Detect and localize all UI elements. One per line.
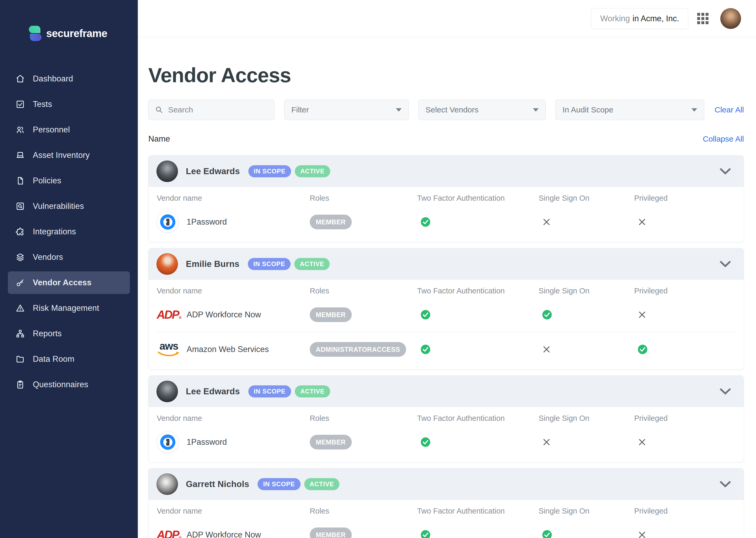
adp-logo: ADP® <box>157 529 182 538</box>
column-header: Roles <box>310 414 417 423</box>
people-icon <box>16 125 25 134</box>
column-header: Roles <box>310 287 417 295</box>
roles-cell: ADMINISTRATORACCESS <box>310 342 417 357</box>
person-avatar <box>157 161 178 182</box>
chevron-down-icon[interactable] <box>720 388 731 395</box>
sidebar-item-label: Questionnaires <box>33 380 88 389</box>
column-header: Vendor name <box>157 414 310 423</box>
workspace-switcher-button[interactable]: Working in Acme, Inc. <box>591 8 688 29</box>
sidebar-item-asset-inventory[interactable]: Asset Inventory <box>8 144 130 167</box>
caret-down-icon <box>533 108 539 112</box>
select-vendors-dropdown[interactable]: Select Vendors <box>418 100 546 120</box>
sidebar-item-data-room[interactable]: Data Room <box>8 348 130 370</box>
search-input-box[interactable] <box>148 100 275 120</box>
filter-row: Filter Select Vendors In Audit Scope Cle… <box>148 100 744 120</box>
user-avatar[interactable] <box>720 8 741 29</box>
caret-down-icon <box>396 108 402 112</box>
table-header-row: Vendor nameRolesTwo Factor Authenticatio… <box>149 187 744 205</box>
privileged-check-circle-icon <box>634 345 733 354</box>
sidebar-item-risk-management[interactable]: Risk Management <box>8 297 130 319</box>
sidebar-item-label: Vulnerabilities <box>33 201 84 211</box>
sidebar-item-questionnaires[interactable]: Questionnaires <box>8 373 130 396</box>
column-header: Roles <box>310 507 417 515</box>
page-title: Vendor Access <box>148 65 744 86</box>
card-header[interactable]: Lee EdwardsIN SCOPEACTIVE <box>149 155 744 187</box>
home-icon <box>16 74 25 83</box>
onepassword-logo <box>157 431 182 453</box>
sidebar-item-tests[interactable]: Tests <box>8 93 130 116</box>
vendor-access-card: Lee EdwardsIN SCOPEACTIVEVendor nameRole… <box>148 375 744 462</box>
sidebar-item-dashboard[interactable]: Dashboard <box>8 68 130 90</box>
list-header: Name Collapse All <box>148 134 744 144</box>
column-header: Roles <box>310 194 417 202</box>
table-header-row: Vendor nameRolesTwo Factor Authenticatio… <box>149 280 744 297</box>
workspace-org: in Acme, Inc. <box>633 14 679 24</box>
collapse-all-link[interactable]: Collapse All <box>703 134 744 143</box>
vendor-row: 1PasswordMEMBER <box>149 425 744 459</box>
active-badge: ACTIVE <box>295 165 330 177</box>
clipboard-icon <box>16 380 25 389</box>
person-name: Lee Edwards <box>186 166 240 176</box>
clear-all-link[interactable]: Clear All <box>715 105 744 114</box>
in-scope-badge: IN SCOPE <box>258 478 300 490</box>
two-factor-check-circle-icon <box>417 310 539 320</box>
column-header: Two Factor Authentication <box>417 287 539 295</box>
secureframe-logo-icon <box>29 25 41 41</box>
role-badge: MEMBER <box>310 215 352 229</box>
sidebar-item-label: Asset Inventory <box>33 150 90 160</box>
column-header: Vendor name <box>157 507 310 515</box>
chevron-down-icon[interactable] <box>720 261 731 267</box>
sidebar-item-label: Risk Management <box>33 303 99 313</box>
single-sign-on-check-circle-icon <box>539 310 634 320</box>
audit-scope-dropdown[interactable]: In Audit Scope <box>555 100 704 120</box>
vendor-access-card: Emilie BurnsIN SCOPEACTIVEVendor nameRol… <box>148 248 744 370</box>
table-body: ADP®ADP Workforce NowMEMBERawsAmazon Web… <box>149 297 744 369</box>
layers-icon <box>16 252 25 262</box>
column-header: Two Factor Authentication <box>417 194 539 202</box>
sidebar-item-vulnerabilities[interactable]: Vulnerabilities <box>8 195 130 218</box>
column-header: Privileged <box>634 507 733 515</box>
select-vendors-label: Select Vendors <box>426 105 479 114</box>
puzzle-icon <box>16 227 25 237</box>
privileged-x-mark-icon <box>634 218 733 227</box>
search-input[interactable] <box>168 105 267 114</box>
column-header: Single Sign On <box>539 414 634 423</box>
vendor-row: awsAmazon Web ServicesADMINISTRATORACCES… <box>149 332 744 367</box>
column-header: Single Sign On <box>539 507 634 515</box>
column-header: Two Factor Authentication <box>417 414 539 423</box>
status-badges: IN SCOPEACTIVE <box>248 165 330 177</box>
card-header[interactable]: Emilie BurnsIN SCOPEACTIVE <box>149 248 744 280</box>
sidebar-item-vendor-access[interactable]: Vendor Access <box>8 271 130 294</box>
card-header[interactable]: Garrett NicholsIN SCOPEACTIVE <box>149 468 744 500</box>
apps-grid-icon[interactable] <box>697 13 709 25</box>
card-header[interactable]: Lee EdwardsIN SCOPEACTIVE <box>149 376 744 407</box>
adp-logo: ADP® <box>157 309 182 320</box>
column-header: Privileged <box>634 194 733 202</box>
privileged-x-mark-icon <box>634 530 733 538</box>
sidebar-item-vendors[interactable]: Vendors <box>8 246 130 268</box>
sidebar-item-label: Vendors <box>33 252 63 262</box>
in-scope-badge: IN SCOPE <box>248 258 291 270</box>
brand-logo: secureframe <box>29 25 138 42</box>
sidebar-item-integrations[interactable]: Integrations <box>8 220 130 243</box>
sidebar: secureframe DashboardTestsPersonnelAsset… <box>0 0 138 538</box>
person-avatar <box>157 473 178 495</box>
search-icon <box>155 106 163 114</box>
audit-scope-label: In Audit Scope <box>563 105 613 114</box>
sidebar-item-reports[interactable]: Reports <box>8 322 130 345</box>
column-header: Privileged <box>634 287 733 295</box>
chevron-down-icon[interactable] <box>720 481 731 488</box>
filter-dropdown[interactable]: Filter <box>284 100 409 120</box>
column-header: Vendor name <box>157 194 310 202</box>
chevron-down-icon[interactable] <box>720 168 731 175</box>
vendor-name: 1Password <box>187 217 227 227</box>
sidebar-item-label: Integrations <box>33 227 76 237</box>
sidebar-item-policies[interactable]: Policies <box>8 169 130 192</box>
sidebar-item-label: Data Room <box>33 354 74 364</box>
sidebar-item-personnel[interactable]: Personnel <box>8 119 130 141</box>
sidebar-item-label: Tests <box>33 100 52 109</box>
page-content: Vendor Access Filter Select Vendors <box>138 37 756 538</box>
privileged-x-mark-icon <box>634 438 733 447</box>
status-badges: IN SCOPEACTIVE <box>248 258 330 270</box>
privileged-x-mark-icon <box>634 310 733 319</box>
